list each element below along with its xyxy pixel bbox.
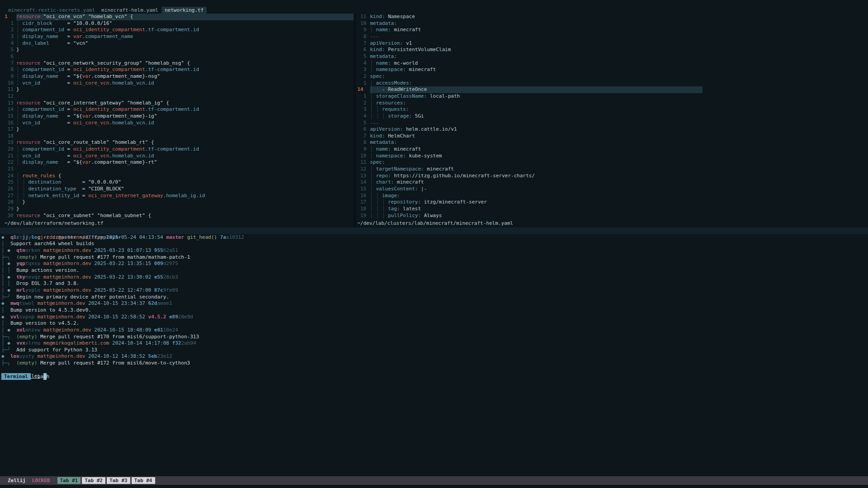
jj-log-row: │ ◆ xolmnzvw matt@einhorn.dev 2024-10-15… xyxy=(0,327,868,334)
line-number: 2 xyxy=(356,73,370,80)
code-text: │ chart: minecraft xyxy=(370,179,702,186)
code-line: 8metadata: xyxy=(356,139,702,146)
zellij-tab-4[interactable]: Tab #4 xyxy=(132,477,155,484)
line-number: 14 xyxy=(356,86,370,93)
code-text xyxy=(16,53,354,60)
code-text: │ namespace: minecraft xyxy=(370,66,702,73)
editor-pane-left[interactable]: 1resource "oci_core_vcn" "homelab_vcn" {… xyxy=(0,14,354,219)
line-number: 2 xyxy=(0,27,16,33)
terminal-pane[interactable]: 1: jj log -r ::master ~/d/ffpyplayer ◆ q… xyxy=(0,227,868,380)
line-number: 1 xyxy=(356,80,370,87)
code-line: 18│ │ │ tag: latest xyxy=(356,206,702,213)
code-line: 11} xyxy=(0,86,354,93)
code-text: │ dns_label = "vcn" xyxy=(16,40,354,47)
code-line: 2│ resources: xyxy=(356,100,702,107)
line-number: 8 xyxy=(0,66,16,73)
jj-log-row: ├─╮ (empty) Merge pull request #170 from… xyxy=(0,334,868,341)
code-line: 16│ vcn_id = oci_core_vcn.homelab_vcn.id xyxy=(0,120,354,127)
shell-prompt[interactable]: log file: xyxy=(0,367,868,374)
line-number: 1 xyxy=(0,14,16,20)
code-text: │ namespace: kube-system xyxy=(370,153,702,160)
line-number: 3 xyxy=(0,33,16,40)
line-number: 4 xyxy=(356,113,370,120)
statusline-right-path: ~/dev/lab/clusters/lab/minecraft/minecra… xyxy=(356,220,702,227)
code-line: 14│ chart: minecraft xyxy=(356,179,702,186)
line-number: 24 xyxy=(0,173,16,180)
line-number: 4 xyxy=(0,40,16,47)
editor-pane-right[interactable]: 11kind: Namespace10metadata:9│ name: min… xyxy=(356,14,702,219)
line-number: 26 xyxy=(0,186,16,193)
jj-log-row: ├─╮ (empty) Merge pull request #172 from… xyxy=(0,360,868,367)
line-number: 1 xyxy=(356,93,370,100)
code-text: │ │ image: xyxy=(370,193,702,199)
jj-log-row: ├─╯ Add support for Python 3.13 xyxy=(0,347,868,354)
code-text: --- xyxy=(370,33,702,40)
code-line: 9│ name: minecraft xyxy=(356,146,702,153)
zellij-tab-3[interactable]: Tab #3 xyxy=(107,477,130,484)
jj-log-row: │ │ Bump actions version. xyxy=(0,267,868,274)
code-line: 28│ } xyxy=(0,199,354,206)
code-text: │ compartment_id = oci_identity_compartm… xyxy=(16,106,354,113)
jj-log-row: │ ◆ tkynxvqz matt@einhorn.dev 2025-03-22… xyxy=(0,274,868,281)
code-text: │ repo: https://itzg.github.io/minecraft… xyxy=(370,173,702,180)
code-text: │ display_name = "${var.compartment_name… xyxy=(16,159,354,166)
code-text: │ name: minecraft xyxy=(370,146,702,153)
zellij-tab-1[interactable]: Tab #1 xyxy=(57,477,81,484)
code-text: │ │ │ tag: latest xyxy=(370,206,702,213)
line-number: 10 xyxy=(0,80,16,87)
line-number: 17 xyxy=(0,126,16,133)
line-number: 5 xyxy=(0,47,16,53)
zellij-tabs: Tab #1Tab #2Tab #3Tab #4 xyxy=(57,477,157,484)
code-text: │ │ requests: xyxy=(370,106,702,113)
code-line: 8│ compartment_id = oci_identity_compart… xyxy=(0,66,354,73)
code-text: metadata: xyxy=(370,53,702,60)
code-text: │ valuesContent: |- xyxy=(370,186,702,193)
cursor-line: 14│ │ - ReadWriteOnce xyxy=(356,86,702,93)
line-number: 9 xyxy=(356,146,370,153)
code-line: 7resource "oci_core_network_security_gro… xyxy=(0,60,354,67)
code-line: 6 xyxy=(0,53,354,60)
buffer-tab-2[interactable]: minecraft-helm.yaml xyxy=(98,7,161,14)
code-line: 5--- xyxy=(356,120,702,127)
line-number: 21 xyxy=(0,153,16,160)
buffer-tab-3[interactable]: networking.tf xyxy=(161,7,207,14)
code-line: 20│ compartment_id = oci_identity_compar… xyxy=(0,146,354,153)
code-line: 1│ cidr_block = "10.0.0.0/16" xyxy=(0,20,354,27)
jj-log-row: │ ◆ yqptqxsy matt@einhorn.dev 2025-03-22… xyxy=(0,261,868,267)
code-line: 26│ │ destination_type = "CIDR_BLOCK" xyxy=(0,186,354,193)
code-line: 4│ name: mc-world xyxy=(356,60,702,67)
code-line: 9│ display_name = "${var.compartment_nam… xyxy=(0,73,354,80)
line-number: 10 xyxy=(356,153,370,160)
code-line: 12│ targetNamespace: minecraft xyxy=(356,166,702,173)
buffer-tab-1[interactable]: minecraft-restic-secrets.yaml xyxy=(5,7,98,14)
jj-log-row: │ Bump version to 4.5.3.dev0. xyxy=(0,307,868,314)
code-text: --- xyxy=(370,120,702,127)
line-number: 23 xyxy=(0,166,16,173)
code-line: 24│ route_rules { xyxy=(0,173,354,180)
code-line: 7apiVersion: v1 xyxy=(356,40,702,47)
code-line: 2│ compartment_id = oci_identity_compart… xyxy=(0,27,354,33)
line-number: 6 xyxy=(356,47,370,53)
line-number: 28 xyxy=(0,199,16,206)
code-line: 22│ display_name = "${var.compartment_na… xyxy=(0,159,354,166)
code-text: │ vcn_id = oci_core_vcn.homelab_vcn.id xyxy=(16,120,354,127)
line-number: 8 xyxy=(356,139,370,146)
code-line: 12 xyxy=(0,93,354,100)
line-number: 9 xyxy=(0,73,16,80)
zellij-tab-2[interactable]: Tab #2 xyxy=(82,477,105,484)
code-line: 30resource "oci_core_subnet" "homelab_su… xyxy=(0,213,354,219)
line-number: 3 xyxy=(356,66,370,73)
bufferline: minecraft-restic-secrets.yamlminecraft-h… xyxy=(0,7,868,14)
jj-log-row: ◆ vvlsvpxp matt@einhorn.dev 2024-10-15 2… xyxy=(0,314,868,321)
code-text: spec: xyxy=(370,159,702,166)
code-text: metadata: xyxy=(370,139,702,146)
code-text: │ targetNamespace: minecraft xyxy=(370,166,702,173)
line-number: 29 xyxy=(0,206,16,213)
jj-log-row: │ ◆ qtnorkxn matt@einhorn.dev 2025-03-23… xyxy=(0,247,868,254)
code-text: │ resources: xyxy=(370,100,702,107)
code-text: } xyxy=(16,86,354,93)
statusline-left-path: ~/dev/lab/terraform/networking.tf xyxy=(0,220,354,227)
line-number: 15 xyxy=(0,113,16,120)
line-number: 13 xyxy=(0,100,16,107)
code-line: 17│ │ │ repository: itzg/minecraft-serve… xyxy=(356,199,702,206)
